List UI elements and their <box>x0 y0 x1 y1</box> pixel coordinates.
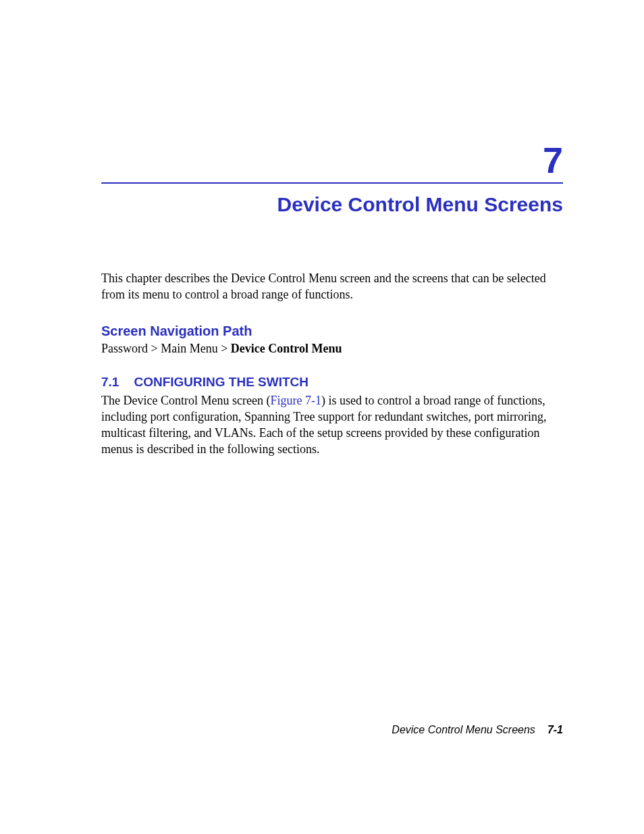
figure-reference-link[interactable]: Figure 7-1 <box>270 394 321 407</box>
screen-navigation-path: Password > Main Menu > Device Control Me… <box>101 342 563 356</box>
chapter-title: Device Control Menu Screens <box>101 193 563 216</box>
section-body-prefix: The Device Control Menu screen ( <box>101 394 270 407</box>
nav-path-prefix: Password > Main Menu > <box>101 342 231 355</box>
document-page: 7 Device Control Menu Screens This chapt… <box>0 0 644 834</box>
chapter-number: 7 <box>101 142 563 178</box>
footer-page-number: 7-1 <box>547 724 563 735</box>
page-footer: Device Control Menu Screens7-1 <box>392 724 563 736</box>
chapter-intro: This chapter describes the Device Contro… <box>101 270 563 303</box>
section-heading: 7.1CONFIGURING THE SWITCH <box>101 375 563 390</box>
nav-path-current: Device Control Menu <box>231 342 342 355</box>
footer-title: Device Control Menu Screens <box>392 724 535 735</box>
screen-navigation-path-heading: Screen Navigation Path <box>101 323 563 339</box>
chapter-rule <box>101 182 563 184</box>
section-body: The Device Control Menu screen (Figure 7… <box>101 392 563 458</box>
section-title: CONFIGURING THE SWITCH <box>134 375 308 389</box>
section-number: 7.1 <box>101 375 119 390</box>
